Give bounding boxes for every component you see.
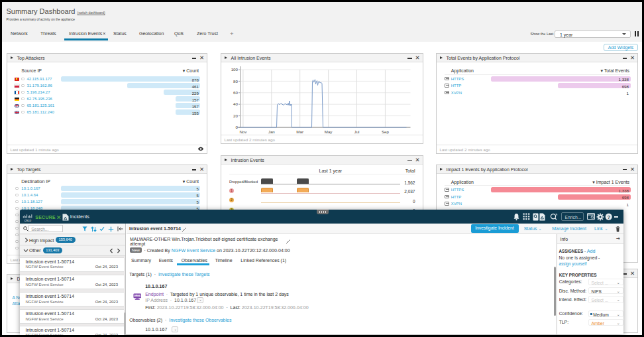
svg-text:?: ?: [608, 214, 611, 220]
svg-text:100: 100: [231, 67, 238, 72]
svg-text:40: 40: [233, 101, 238, 106]
svg-text:Jul: Jul: [354, 129, 359, 134]
svg-text:Nov: Nov: [239, 129, 247, 134]
svg-text:20: 20: [233, 113, 238, 118]
svg-text:Mar: Mar: [296, 129, 303, 134]
svg-text:80: 80: [233, 79, 238, 84]
svg-text:May: May: [324, 129, 333, 134]
svg-text:cisco: cisco: [25, 219, 32, 222]
svg-text:Sep: Sep: [381, 129, 389, 134]
svg-text:Jan: Jan: [268, 129, 275, 134]
svg-text:60: 60: [233, 90, 238, 95]
